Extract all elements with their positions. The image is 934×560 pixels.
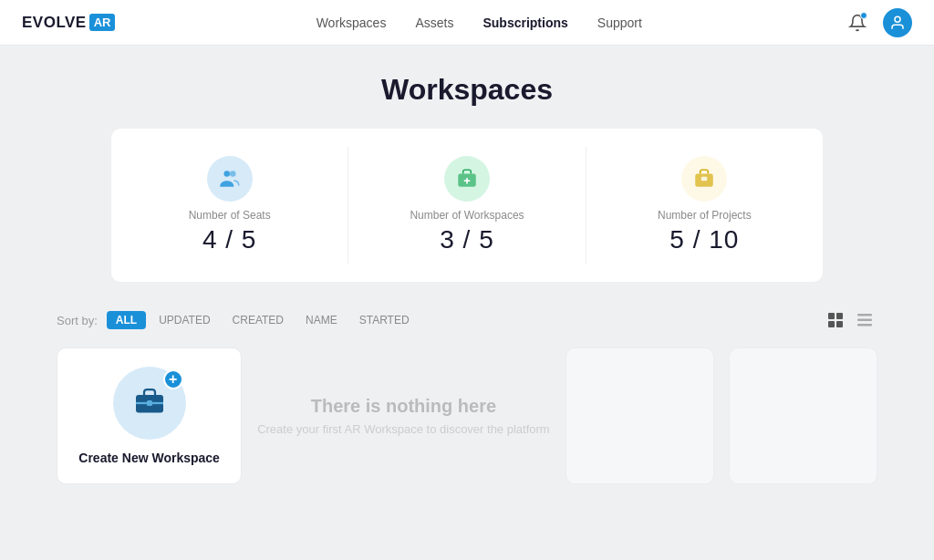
seats-label: Number of Seats xyxy=(189,209,271,222)
nav-assets[interactable]: Assets xyxy=(415,16,453,30)
empty-state: There is nothing here Create your first … xyxy=(256,347,550,484)
user-avatar[interactable] xyxy=(883,8,912,37)
sort-updated[interactable]: UPDATED xyxy=(150,311,219,329)
svg-rect-9 xyxy=(836,313,843,319)
page-title: Workspaces xyxy=(55,73,879,107)
stat-projects: Number of Projects 5 / 10 xyxy=(586,147,823,264)
svg-rect-11 xyxy=(836,321,843,327)
ghost-card-2 xyxy=(729,347,877,484)
main-nav: Workspaces Assets Subscriptions Support xyxy=(317,16,642,30)
create-workspace-card[interactable]: + Create New Workspace xyxy=(57,347,242,484)
header-icons xyxy=(843,8,912,37)
workspaces-value: 3 / 5 xyxy=(440,225,493,254)
logo-badge: AR xyxy=(89,14,116,31)
svg-point-1 xyxy=(223,171,230,177)
nav-support[interactable]: Support xyxy=(597,16,642,30)
ghost-card-1 xyxy=(566,347,714,484)
notification-dot xyxy=(860,12,867,19)
svg-rect-13 xyxy=(857,319,872,322)
svg-point-2 xyxy=(230,171,236,177)
nav-subscriptions[interactable]: Subscriptions xyxy=(483,16,567,30)
svg-rect-8 xyxy=(828,313,835,319)
sort-all[interactable]: ALL xyxy=(107,311,146,329)
stat-workspaces: Number of Workspaces 3 / 5 xyxy=(348,147,586,264)
projects-label: Number of Projects xyxy=(658,209,752,222)
svg-rect-17 xyxy=(147,400,152,406)
workspaces-icon xyxy=(444,156,490,202)
svg-rect-10 xyxy=(828,321,835,327)
create-icon-wrapper: + xyxy=(113,367,186,440)
workspace-grid: + Create New Workspace There is nothing … xyxy=(57,347,877,484)
view-icons xyxy=(823,307,877,333)
svg-rect-7 xyxy=(701,177,708,181)
list-view-button[interactable] xyxy=(852,307,877,333)
projects-value: 5 / 10 xyxy=(669,225,739,254)
header: EVOLVE AR Workspaces Assets Subscription… xyxy=(0,0,934,46)
logo-text: EVOLVE xyxy=(22,14,87,32)
seats-value: 4 / 5 xyxy=(202,225,256,254)
nav-workspaces[interactable]: Workspaces xyxy=(317,16,387,30)
grid-view-button[interactable] xyxy=(823,307,848,333)
create-label: Create New Workspace xyxy=(78,451,220,465)
sort-label: Sort by: xyxy=(57,314,98,327)
sort-started[interactable]: STARTED xyxy=(350,311,419,329)
svg-point-0 xyxy=(895,16,900,22)
sort-bar: Sort by: ALL UPDATED CREATED NAME STARTE… xyxy=(57,307,877,333)
stat-seats: Number of Seats 4 / 5 xyxy=(111,147,348,264)
seats-icon xyxy=(207,156,253,202)
stats-container: Number of Seats 4 / 5 Number of Workspac… xyxy=(111,129,823,282)
notifications-button[interactable] xyxy=(843,8,872,37)
empty-title: There is nothing here xyxy=(311,396,496,417)
main-content: Workspaces Number of Seats 4 / 5 xyxy=(0,46,934,512)
plus-badge: + xyxy=(163,369,183,389)
sort-name[interactable]: NAME xyxy=(296,311,347,329)
sort-created[interactable]: CREATED xyxy=(223,311,293,329)
workspaces-label: Number of Workspaces xyxy=(410,209,524,222)
briefcase-icon xyxy=(133,384,166,423)
logo: EVOLVE AR xyxy=(22,14,115,32)
svg-rect-14 xyxy=(857,324,872,327)
empty-subtitle: Create your first AR Workspace to discov… xyxy=(257,422,550,436)
sort-left: Sort by: ALL UPDATED CREATED NAME STARTE… xyxy=(57,311,419,329)
projects-icon xyxy=(681,156,727,202)
svg-rect-12 xyxy=(857,314,872,316)
sort-items: ALL UPDATED CREATED NAME STARTED xyxy=(107,311,419,329)
